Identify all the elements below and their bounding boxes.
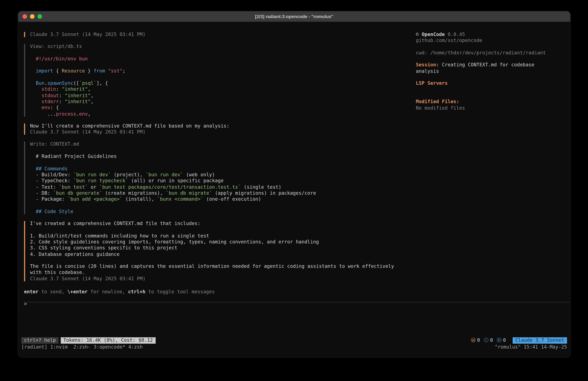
model-badge[interactable]: Claude 3.7 Sonnet xyxy=(513,337,567,344)
terminal-line: - TypeCheck: `bun run typecheck` (all) o… xyxy=(30,178,402,184)
warning-icon: Ⓦ xyxy=(471,337,476,344)
assistant-summary-block: I've created a comprehensive CONTEXT.md … xyxy=(24,221,402,282)
terminal-line: © OpenCode 0.0.45 xyxy=(416,31,568,38)
message-blocks: Claude 3.7 Sonnet (14 May 2025 03:41 PM)… xyxy=(24,31,402,282)
terminal-line: ## Commands xyxy=(30,166,402,172)
terminal-line: stdin: "inherit", xyxy=(30,86,402,92)
terminal-line xyxy=(30,257,402,264)
terminal-line: env: { xyxy=(30,105,402,111)
terminal-line: No modified files xyxy=(416,105,568,111)
terminal-line xyxy=(30,62,402,68)
warning-count: 0 xyxy=(477,337,480,344)
terminal-line xyxy=(416,56,568,62)
terminal-content: Claude 3.7 Sonnet (14 May 2025 03:41 PM)… xyxy=(18,22,570,357)
tool-view-block: View: script/db.ts #!/usr/bin/env bun im… xyxy=(24,44,402,117)
terminal-line: - DB: `bun db generate` (create migratio… xyxy=(30,190,402,196)
terminal-line: LSP Servers xyxy=(416,80,568,87)
window-titlebar[interactable]: [2/3] radiant:3:opencode - "romulus" xyxy=(18,11,570,22)
terminal-line: 1. Build/lint/test commands including ho… xyxy=(30,233,402,239)
terminal-line: - Test: `bun test` or `bun test packages… xyxy=(30,184,402,190)
terminal-line: #!/usr/bin/env bun xyxy=(30,56,402,62)
window-controls xyxy=(22,11,42,22)
terminal-line: Claude 3.7 Sonnet (14 May 2025 03:41 PM) xyxy=(30,276,402,282)
terminal-line xyxy=(30,74,402,80)
terminal-line xyxy=(30,227,402,233)
diagnostics-group: Ⓦ0 ⓘ0 ⓗ0 xyxy=(471,337,508,344)
hint-icon: ⓗ xyxy=(497,337,502,344)
chat-area: Claude 3.7 Sonnet (14 May 2025 03:41 PM)… xyxy=(24,31,402,307)
terminal-line: 4. Database operations guidance xyxy=(30,251,402,257)
terminal-line xyxy=(30,202,402,209)
terminal-line: Modified Files: xyxy=(416,99,568,105)
terminal-line xyxy=(416,93,568,99)
hint-count: 0 xyxy=(503,337,506,344)
terminal-line: 3. CSS styling conventions specific to t… xyxy=(30,245,402,251)
tmux-window-list[interactable]: [radiant] 1:nvim 2:zsh- 3:opencode* 4:zs… xyxy=(21,344,143,350)
terminal-line: Now I'll create a comprehensive CONTEXT.… xyxy=(30,123,402,129)
terminal-line: View: script/db.ts xyxy=(30,44,402,50)
terminal-line xyxy=(416,44,568,50)
terminal-line: Claude 3.7 Sonnet (14 May 2025 03:41 PM) xyxy=(30,31,402,38)
prompt-symbol: > xyxy=(24,301,27,307)
help-shortcut-badge[interactable]: ctrl+? help xyxy=(21,337,58,344)
screen: [2/3] radiant:3:opencode - "romulus" Cla… xyxy=(0,0,588,381)
assistant-message-block: Now I'll create a comprehensive CONTEXT.… xyxy=(24,123,402,135)
terminal-line: Bun.spawnSync([`psql`], { xyxy=(30,80,402,87)
terminal-line xyxy=(30,50,402,56)
info-icon: ⓘ xyxy=(484,337,489,344)
minimize-button[interactable] xyxy=(30,14,35,19)
help-line: enter to send, \+enter for newline, ctrl… xyxy=(24,289,402,295)
sidebar: © OpenCode 0.0.45github.com/sst/opencode… xyxy=(416,31,568,111)
terminal-line xyxy=(416,74,568,80)
terminal-line xyxy=(416,87,568,93)
terminal-line: 2. Code style guidelines covering import… xyxy=(30,239,402,245)
terminal-line: ...process.env, xyxy=(30,111,402,117)
message-header-block: Claude 3.7 Sonnet (14 May 2025 03:41 PM) xyxy=(24,31,402,38)
terminal-line: import { Resource } from "sst"; xyxy=(30,68,402,74)
zoom-button[interactable] xyxy=(38,14,42,19)
terminal-line: I've created a comprehensive CONTEXT.md … xyxy=(30,221,402,227)
tmux-status-bar: [radiant] 1:nvim 2:zsh- 3:opencode* 4:zs… xyxy=(21,344,567,350)
terminal-line: with this codebase. xyxy=(30,269,402,276)
close-button[interactable] xyxy=(22,14,27,19)
window-title: [2/3] radiant:3:opencode - "romulus" xyxy=(18,13,570,20)
tool-write-block: Write: CONTEXT.md # Radiant Project Guid… xyxy=(24,141,402,215)
tmux-session-info: "romulus" 15:41 14-May-25 xyxy=(495,344,567,350)
terminal-line: - Package: `bun add <package>` (install)… xyxy=(30,196,402,202)
terminal-line: ## Code Style xyxy=(30,208,402,215)
terminal-line: - Build/Dev: `bun run dev` (project), `b… xyxy=(30,172,402,178)
terminal-line: Write: CONTEXT.md xyxy=(30,141,402,147)
terminal-line: The file is concise (20 lines) and captu… xyxy=(30,264,402,269)
terminal-line xyxy=(30,159,402,166)
status-bar: ctrl+? help Tokens: 16.4K (8%), Cost: $0… xyxy=(21,337,567,344)
terminal-line: github.com/sst/opencode xyxy=(416,38,568,44)
terminal-line: Session: Creating CONTEXT.md for codebas… xyxy=(416,62,568,68)
terminal-window: [2/3] radiant:3:opencode - "romulus" Cla… xyxy=(18,11,570,357)
terminal-line: stdout: "inherit", xyxy=(30,92,402,99)
tokens-cost-badge: Tokens: 16.4K (8%), Cost: $0.12 xyxy=(61,337,156,344)
input-separator xyxy=(24,302,570,302)
info-count: 0 xyxy=(490,337,493,344)
terminal-line: Claude 3.7 Sonnet (14 May 2025 03:41 PM) xyxy=(30,129,402,135)
terminal-line: # Radiant Project Guidelines xyxy=(30,154,402,160)
terminal-line: stderr: "inherit", xyxy=(30,99,402,105)
terminal-line: analysis xyxy=(416,68,568,74)
terminal-line: cwd: /home/thdxr/dev/projects/radiant/ra… xyxy=(416,50,568,56)
terminal-line xyxy=(30,147,402,154)
